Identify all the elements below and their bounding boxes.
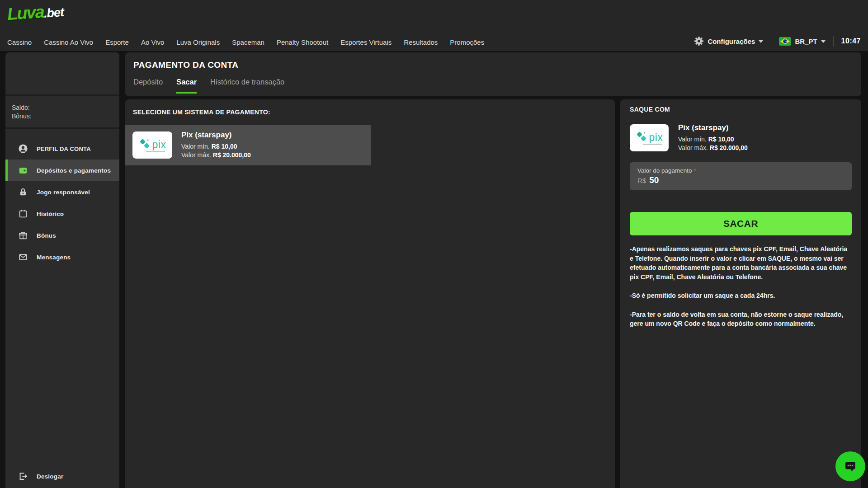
nav-item-cassino-ao-vivo[interactable]: Cassino Ao Vivo xyxy=(44,38,93,46)
sidebar-item-perfil-da-conta[interactable]: PERFIL DA CONTA xyxy=(5,138,119,160)
gift-icon xyxy=(18,230,28,240)
withdraw-note: -Apenas realizamos saques para chaves pi… xyxy=(630,244,852,282)
sidebar-item-label: Mensagens xyxy=(37,254,71,261)
currency-prefix: R$ xyxy=(637,177,646,184)
sidebar-item-historico[interactable]: Histórico xyxy=(5,203,119,225)
logout-icon xyxy=(18,471,28,481)
brand-logo-text: Luva xyxy=(7,2,44,24)
sidebar-user-section xyxy=(5,52,119,96)
sidebar-item-label: PERFIL DA CONTA xyxy=(37,145,91,152)
sidebar-item-bonus[interactable]: Bônus xyxy=(5,225,119,246)
payment-method-name: Pix (starspay) xyxy=(181,131,251,140)
sidebar-item-label: Histórico xyxy=(37,211,64,217)
min-value: R$ 10,00 xyxy=(708,136,734,143)
required-asterisk: * xyxy=(693,167,696,174)
withdraw-note: -Para ter o saldo de volta em sua conta,… xyxy=(630,310,852,328)
chat-bubble-icon xyxy=(842,458,859,474)
nav-item-promocoes[interactable]: Promoções xyxy=(450,38,484,46)
amount-input-label: Valor do pagamento * xyxy=(637,167,844,174)
envelope-icon xyxy=(18,252,28,262)
brand-logo[interactable]: Luva.bet xyxy=(7,1,64,24)
saldo-label: Saldo: xyxy=(12,103,113,112)
settings-menu[interactable]: Configurações xyxy=(694,36,763,46)
sidebar-item-jogo-responsavel[interactable]: Jogo responsável xyxy=(5,181,119,203)
select-system-header: SELECIONE UM SISTEMA DE PAGAMENTO: xyxy=(125,99,615,116)
sidebar-item-mensagens[interactable]: Mensagens xyxy=(5,246,119,268)
page-title: PAGAMENTO DA CONTA xyxy=(133,60,238,70)
sidebar-item-label: Jogo responsável xyxy=(37,189,90,196)
tab-historico-de-transacao[interactable]: Histórico de transação xyxy=(210,78,284,94)
min-value: R$ 10,00 xyxy=(212,143,237,150)
sidebar-item-depositos-e-pagamentos[interactable]: Depósitos e pagamentos xyxy=(5,160,119,181)
tab-sacar[interactable]: Sacar xyxy=(176,78,197,94)
nav-item-penalty-shootout[interactable]: Penalty Shootout xyxy=(277,38,328,46)
tab-deposito[interactable]: Depósito xyxy=(133,78,163,94)
chevron-down-icon xyxy=(759,40,763,43)
brazil-flag-icon xyxy=(779,37,791,46)
logout-label: Deslogar xyxy=(37,473,63,480)
pix-logo-subtext xyxy=(643,144,662,145)
calendar-icon xyxy=(18,209,28,219)
chevron-down-icon xyxy=(821,40,826,43)
nav-item-ao-vivo[interactable]: Ao Vivo xyxy=(141,38,164,46)
nav-item-esportes-virtuais[interactable]: Esportes Virtuais xyxy=(340,38,392,46)
pix-logo: pix xyxy=(132,131,172,159)
payment-method-card-pix[interactable]: pix Pix (starspay) Valor mín. R$ 10,00 V… xyxy=(125,125,371,165)
logout-button[interactable]: Deslogar xyxy=(5,465,119,487)
bonus-label: Bônus: xyxy=(12,112,113,121)
person-icon xyxy=(18,144,28,154)
sidebar-menu: PERFIL DA CONTA Depósitos e pagamentos J… xyxy=(5,129,119,268)
balance-section: Saldo: Bônus: xyxy=(5,96,119,129)
language-label: BR_PT xyxy=(795,38,817,45)
amount-input-value: R$ 50 xyxy=(637,175,844,185)
pix-logo-text: pix xyxy=(649,132,663,142)
payment-method-name: Pix (starspay) xyxy=(678,123,748,132)
payment-header-panel: PAGAMENTO DA CONTA Depósito Sacar Histór… xyxy=(125,52,861,96)
amount-label-text: Valor do pagamento xyxy=(637,167,692,174)
clock-time: 10:47 xyxy=(841,37,861,45)
brand-logo-suffix: .bet xyxy=(43,5,64,20)
payment-systems-panel: SELECIONE UM SISTEMA DE PAGAMENTO: pix P… xyxy=(125,99,615,488)
top-navigation: Cassino Cassino Ao Vivo Esporte Ao Vivo … xyxy=(7,38,484,46)
pix-logo-subtext xyxy=(146,151,165,152)
withdraw-method-info: Pix (starspay) Valor mín. R$ 10,00 Valor… xyxy=(678,123,748,152)
max-label: Valor máx. xyxy=(181,151,211,159)
payment-tabs: Depósito Sacar Histórico de transação xyxy=(133,78,284,94)
topbar-divider xyxy=(771,36,771,47)
withdraw-header: SAQUE COM xyxy=(630,99,852,113)
nav-item-cassino[interactable]: Cassino xyxy=(7,38,32,46)
nav-item-esporte[interactable]: Esporte xyxy=(105,38,129,46)
sidebar-item-label: Bônus xyxy=(37,232,56,239)
gear-icon xyxy=(694,36,704,46)
payment-method-max: Valor máx. R$ 20.000,00 xyxy=(181,151,251,160)
pix-logo: pix xyxy=(630,124,669,151)
wallet-icon xyxy=(18,165,28,175)
amount-number: 50 xyxy=(649,175,659,185)
max-value: R$ 20.000,00 xyxy=(213,151,251,159)
withdraw-panel: SAQUE COM pix Pix (starspay) Valor mín. … xyxy=(620,99,861,488)
live-chat-button[interactable] xyxy=(835,451,865,481)
topbar-divider xyxy=(833,36,834,47)
language-selector[interactable]: BR_PT xyxy=(779,37,825,46)
pix-mark-icon xyxy=(636,131,647,142)
withdraw-method-summary: pix Pix (starspay) Valor mín. R$ 10,00 V… xyxy=(630,123,852,152)
amount-input[interactable]: Valor do pagamento * R$ 50 xyxy=(630,162,852,190)
lock-icon xyxy=(18,187,28,197)
min-label: Valor mín. xyxy=(181,143,210,150)
topbar: Luva.bet Cassino Cassino Ao Vivo Esporte… xyxy=(0,0,868,51)
payment-method-max: Valor máx. R$ 20.000,00 xyxy=(678,144,748,152)
settings-label: Configurações xyxy=(708,38,755,45)
payment-method-min: Valor mín. R$ 10,00 xyxy=(181,142,251,151)
payment-method-min: Valor mín. R$ 10,00 xyxy=(678,135,748,144)
pix-mark-icon xyxy=(139,138,151,150)
payment-method-info: Pix (starspay) Valor mín. R$ 10,00 Valor… xyxy=(181,131,251,160)
nav-item-resultados[interactable]: Resultados xyxy=(404,38,438,46)
withdraw-notes: -Apenas realizamos saques para chaves pi… xyxy=(630,244,852,328)
nav-item-spaceman[interactable]: Spaceman xyxy=(232,38,264,46)
sidebar-item-label: Depósitos e pagamentos xyxy=(37,167,111,174)
max-value: R$ 20.000,00 xyxy=(710,144,748,151)
nav-item-luva-originals[interactable]: Luva Originals xyxy=(176,38,220,46)
withdraw-note: -Só é permitido solicitar um saque a cad… xyxy=(630,291,852,300)
sacar-button[interactable]: SACAR xyxy=(630,212,852,235)
pix-logo-text: pix xyxy=(152,140,166,150)
